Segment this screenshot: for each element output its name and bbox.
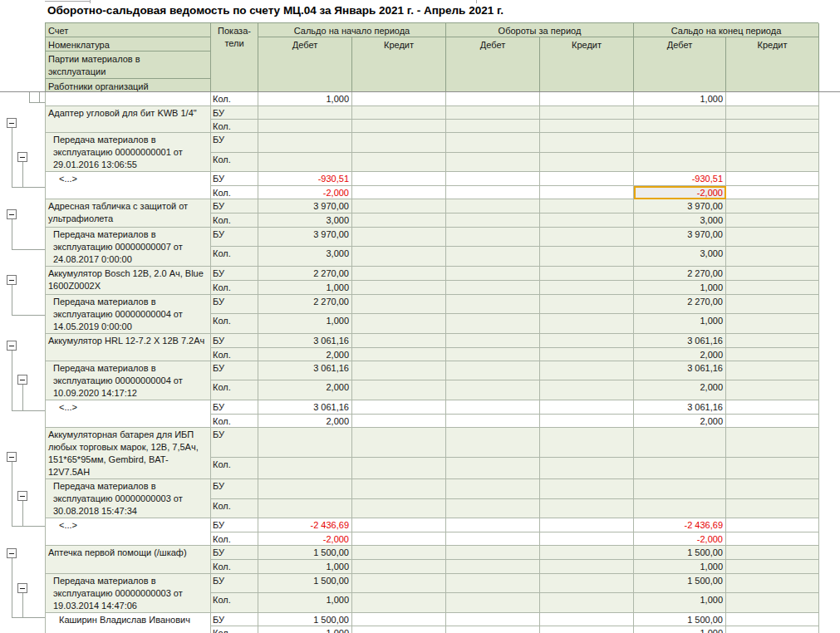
cell-begin-credit[interactable] [352, 267, 446, 281]
cell-begin-debit[interactable]: 1,000 [258, 626, 352, 633]
cell-end-debit[interactable]: 3,000 [634, 246, 726, 266]
cell-end-debit[interactable]: 1,000 [634, 92, 726, 106]
collapse-button[interactable] [17, 583, 27, 593]
cell-begin-credit[interactable] [352, 499, 446, 518]
cell-end-debit[interactable]: 3 970,00 [634, 228, 726, 247]
cell-turn-debit[interactable] [446, 499, 540, 518]
cell-end-credit[interactable] [726, 172, 819, 186]
indicator-cell[interactable]: Кол. [211, 592, 258, 612]
cell-turn-debit[interactable] [446, 199, 540, 213]
cell-turn-credit[interactable] [540, 267, 634, 281]
row-name-cell[interactable]: Аптечка первой помощи (/шкаф) [46, 546, 211, 574]
cell-end-debit[interactable] [634, 106, 726, 120]
cell-begin-credit[interactable] [352, 546, 446, 560]
cell-turn-debit[interactable] [446, 334, 540, 348]
cell-turn-debit[interactable] [446, 186, 540, 199]
cell-begin-credit[interactable] [352, 172, 446, 186]
cell-end-credit[interactable] [726, 295, 819, 314]
cell-turn-credit[interactable] [540, 295, 634, 314]
collapse-button[interactable] [17, 375, 27, 385]
cell-begin-debit[interactable]: 1,000 [258, 92, 352, 106]
row-name-cell[interactable]: Адаптер угловой для бит KWB 1/4" [46, 106, 211, 133]
cell-turn-debit[interactable] [446, 546, 540, 560]
cell-begin-debit[interactable] [258, 120, 352, 133]
cell-turn-credit[interactable] [540, 92, 634, 106]
cell-end-debit[interactable]: 3 061,16 [634, 400, 726, 415]
cell-end-credit[interactable] [726, 361, 819, 380]
cell-turn-debit[interactable] [446, 120, 540, 133]
cell-begin-debit[interactable]: 2,000 [258, 348, 352, 361]
cell-end-debit[interactable]: 2 270,00 [634, 267, 726, 281]
indicator-cell[interactable]: БУ [211, 613, 258, 626]
cell-end-credit[interactable] [726, 334, 819, 348]
indicator-cell[interactable]: БУ [211, 199, 258, 213]
indicator-cell[interactable]: БУ [211, 133, 258, 153]
cell-begin-credit[interactable] [352, 313, 446, 333]
cell-end-credit[interactable] [726, 613, 819, 626]
indicator-cell[interactable]: Кол. [211, 186, 258, 199]
indicator-cell[interactable]: Кол. [211, 348, 258, 361]
cell-end-debit[interactable]: -2 436,69 [634, 518, 726, 532]
cell-begin-credit[interactable] [352, 560, 446, 574]
cell-end-debit[interactable]: 1,000 [634, 281, 726, 295]
indicator-cell[interactable]: Кол. [211, 560, 258, 574]
cell-end-debit[interactable]: 1,000 [634, 592, 726, 612]
cell-turn-credit[interactable] [540, 186, 634, 199]
cell-turn-credit[interactable] [540, 120, 634, 133]
cell-turn-debit[interactable] [446, 153, 540, 172]
cell-end-credit[interactable] [726, 133, 819, 153]
cell-turn-debit[interactable] [446, 133, 540, 153]
cell-turn-credit[interactable] [540, 281, 634, 295]
cell-end-debit[interactable]: 3 061,16 [634, 361, 726, 380]
cell-begin-debit[interactable]: -2,000 [258, 186, 352, 199]
cell-turn-debit[interactable] [446, 380, 540, 400]
cell-turn-credit[interactable] [540, 518, 634, 532]
cell-begin-debit[interactable]: 2,000 [258, 415, 352, 428]
cell-turn-debit[interactable] [446, 457, 540, 478]
cell-end-credit[interactable] [726, 213, 819, 228]
collapse-button[interactable] [17, 491, 27, 501]
cell-turn-credit[interactable] [540, 199, 634, 213]
indicator-cell[interactable]: Кол. [211, 92, 258, 106]
row-name-cell[interactable]: Аккумуляторная батарея для ИБП любых тор… [46, 428, 211, 479]
cell-begin-debit[interactable]: 2 270,00 [258, 267, 352, 281]
cell-begin-credit[interactable] [352, 246, 446, 266]
cell-end-debit[interactable]: 1,000 [634, 626, 726, 633]
cell-turn-debit[interactable] [446, 313, 540, 333]
cell-turn-debit[interactable] [446, 479, 540, 499]
cell-begin-debit[interactable]: 2,000 [258, 380, 352, 400]
cell-turn-debit[interactable] [446, 213, 540, 228]
cell-begin-debit[interactable] [258, 133, 352, 153]
cell-begin-credit[interactable] [352, 574, 446, 593]
cell-end-credit[interactable] [726, 428, 819, 458]
cell-end-credit[interactable] [726, 348, 819, 361]
cell-begin-debit[interactable] [258, 479, 352, 499]
row-name-cell[interactable]: Передача материалов в эксплуатацию 00000… [46, 228, 211, 267]
cell-end-debit[interactable] [634, 428, 726, 458]
indicator-cell[interactable]: БУ [211, 334, 258, 348]
cell-end-debit[interactable] [634, 499, 726, 518]
cell-end-credit[interactable] [726, 228, 819, 247]
cell-begin-credit[interactable] [352, 92, 446, 106]
cell-end-debit[interactable]: 1,000 [634, 313, 726, 333]
cell-turn-credit[interactable] [540, 313, 634, 333]
collapse-button[interactable] [7, 275, 17, 285]
cell-end-credit[interactable] [726, 313, 819, 333]
cell-turn-credit[interactable] [540, 400, 634, 415]
cell-begin-debit[interactable]: 3 061,16 [258, 361, 352, 380]
cell-turn-credit[interactable] [540, 361, 634, 380]
indicator-cell[interactable]: БУ [211, 518, 258, 532]
cell-turn-debit[interactable] [446, 92, 540, 106]
cell-begin-debit[interactable]: 1 500,00 [258, 574, 352, 593]
cell-end-credit[interactable] [726, 267, 819, 281]
cell-turn-credit[interactable] [540, 246, 634, 266]
row-name-cell[interactable]: Каширин Владислав Иванович [46, 613, 211, 633]
indicator-cell[interactable]: Кол. [211, 415, 258, 428]
cell-turn-credit[interactable] [540, 153, 634, 172]
cell-begin-credit[interactable] [352, 133, 446, 153]
row-name-cell[interactable]: Адресная табличка с защитой от ультрафио… [46, 199, 211, 228]
cell-turn-credit[interactable] [540, 626, 634, 633]
cell-turn-credit[interactable] [540, 213, 634, 228]
indicator-cell[interactable]: БУ [211, 428, 258, 458]
cell-turn-credit[interactable] [540, 457, 634, 478]
